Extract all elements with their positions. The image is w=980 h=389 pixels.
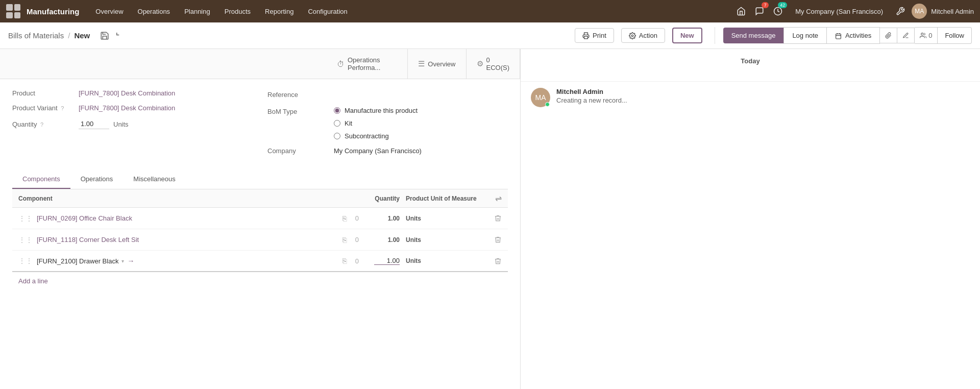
copy-icon-2[interactable]: ⎘: [342, 257, 347, 265]
tab-components[interactable]: Components: [12, 170, 70, 189]
nav-products[interactable]: Products: [218, 5, 257, 18]
col-quantity-header: Quantity: [359, 195, 400, 202]
breadcrumb-separator: /: [68, 31, 70, 40]
tab-operations[interactable]: Operations: [70, 170, 124, 189]
message-content: Mitchell Admin Creating a new record...: [556, 88, 970, 107]
uom-value-2: Units: [400, 257, 481, 264]
company-label: Company: [267, 147, 334, 155]
form-tabs-bar: ⏱ Operations Performa... ☰ Overview ⚙ 0 …: [0, 49, 520, 79]
breadcrumb-current: New: [74, 31, 90, 40]
tools-icon[interactable]: [893, 4, 908, 18]
breadcrumb-actions: [98, 29, 128, 42]
right-panel: Today MA Mitchell Admin Creating a new r…: [521, 49, 980, 389]
online-indicator: [545, 102, 550, 107]
message-author: Mitchell Admin: [556, 88, 970, 95]
bom-option-kit[interactable]: Kit: [334, 119, 418, 127]
copy-icon-1[interactable]: ⎘: [342, 236, 347, 244]
bom-option-manufacture[interactable]: Manufacture this product: [334, 107, 418, 114]
col-component-header: Component: [18, 195, 359, 202]
qty-input-2[interactable]: [374, 257, 400, 265]
drag-handle-icon[interactable]: ⋮⋮: [18, 257, 33, 265]
pencil-icon-btn[interactable]: [897, 28, 915, 43]
dropdown-arrow-icon[interactable]: ▾: [121, 258, 124, 264]
tab-miscellaneous[interactable]: Miscellaneous: [123, 170, 185, 189]
nav-planning[interactable]: Planning: [178, 5, 216, 18]
svg-point-7: [921, 33, 923, 35]
bom-radio-kit[interactable]: [334, 120, 340, 127]
table-row: ⋮⋮ [FURN_1118] Corner Desk Left Sit ⎘ 0 …: [12, 229, 508, 251]
external-link-icon[interactable]: →: [127, 257, 134, 265]
quantity-field-group: Quantity ? Units: [12, 119, 267, 129]
variant-help-icon: ?: [61, 105, 64, 111]
variant-value[interactable]: [FURN_7800] Desk Combination: [79, 104, 175, 112]
tab-eco[interactable]: ⚙ 0 ECO(S): [467, 49, 521, 79]
activity-icon-btn[interactable]: 42: [771, 4, 785, 18]
quantity-unit: Units: [113, 120, 129, 128]
quantity-input[interactable]: [79, 119, 109, 129]
variant-field-group: Product Variant ? [FURN_7800] Desk Combi…: [12, 104, 267, 112]
tab-overview[interactable]: ☰ Overview: [408, 49, 466, 79]
main-layout: ⏱ Operations Performa... ☰ Overview ⚙ 0 …: [0, 49, 980, 389]
component-name-1[interactable]: [FURN_1118] Corner Desk Left Sit: [37, 236, 342, 244]
reference-input[interactable]: [334, 89, 436, 100]
svg-rect-1: [584, 36, 588, 39]
form-main-row: Product [FURN_7800] Desk Combination Pro…: [12, 89, 508, 162]
company-value: My Company (San Francisco): [334, 147, 422, 155]
chat-icon-btn[interactable]: 7: [752, 4, 767, 18]
new-button[interactable]: New: [672, 28, 702, 43]
qty-value-2: [359, 257, 400, 265]
bom-option-subcontracting[interactable]: Subcontracting: [334, 132, 418, 140]
user-avatar-chat: MA: [531, 88, 550, 107]
nav-operations[interactable]: Operations: [132, 5, 177, 18]
settings-icon[interactable]: ⇌: [495, 193, 502, 203]
nav-configuration[interactable]: Configuration: [302, 5, 353, 18]
list-icon: ☰: [418, 59, 425, 68]
component-name-0[interactable]: [FURN_0269] Office Chair Black: [37, 214, 342, 222]
variant-label: Product Variant ?: [12, 104, 79, 112]
nav-reporting[interactable]: Reporting: [259, 5, 300, 18]
tab-operations-performance[interactable]: ⏱ Operations Performa...: [327, 49, 408, 79]
follow-button[interactable]: Follow: [938, 27, 972, 44]
form-right-col: Reference BoM Type Manufacture this prod…: [267, 89, 508, 162]
action-button[interactable]: Action: [621, 28, 665, 43]
admin-name[interactable]: Mitchell Admin: [931, 8, 974, 15]
undo-icon[interactable]: [114, 29, 128, 42]
app-name[interactable]: Manufacturing: [27, 7, 79, 16]
followers-btn[interactable]: 0: [915, 27, 938, 44]
delete-btn-2[interactable]: [481, 257, 502, 265]
form-left-col: Product [FURN_7800] Desk Combination Pro…: [12, 89, 267, 136]
today-label: Today: [531, 57, 970, 65]
activities-button[interactable]: Activities: [827, 27, 880, 44]
product-value[interactable]: [FURN_7800] Desk Combination: [79, 89, 175, 97]
product-field-group: Product [FURN_7800] Desk Combination: [12, 89, 267, 97]
attachment-icon-btn[interactable]: [880, 28, 897, 43]
bom-radio-manufacture[interactable]: [334, 107, 340, 114]
cloud-save-icon[interactable]: [98, 29, 111, 42]
form-area: ⏱ Operations Performa... ☰ Overview ⚙ 0 …: [0, 49, 521, 389]
home-icon-btn[interactable]: [734, 4, 748, 18]
activity-badge: 42: [778, 2, 787, 8]
user-avatar[interactable]: MA: [912, 4, 927, 19]
product-label: Product: [12, 89, 79, 97]
delete-btn-0[interactable]: [481, 214, 502, 222]
table-row: ⋮⋮ [FURN_2100] Drawer Black ▾ → ⎘ 0 Unit…: [12, 251, 508, 272]
table-header: Component Quantity Product Unit of Measu…: [12, 189, 508, 208]
drag-handle-icon[interactable]: ⋮⋮: [18, 214, 33, 223]
send-message-button[interactable]: Send message: [723, 28, 784, 43]
svg-point-2: [631, 35, 633, 37]
nav-overview[interactable]: Overview: [89, 5, 129, 18]
breadcrumb-bar: Bills of Materials / New Print Action Ne…: [0, 22, 980, 49]
log-note-button[interactable]: Log note: [783, 27, 827, 44]
app-grid-icon[interactable]: [6, 4, 20, 18]
uom-value-1: Units: [400, 236, 481, 244]
qty-value-0: 1.00: [359, 215, 400, 222]
copy-icon-0[interactable]: ⎘: [342, 214, 347, 223]
drag-handle-icon[interactable]: ⋮⋮: [18, 236, 33, 244]
add-line-button[interactable]: Add a line: [12, 272, 54, 290]
delete-btn-1[interactable]: [481, 236, 502, 244]
bom-radio-subcontracting[interactable]: [334, 133, 340, 139]
quantity-value: [79, 119, 109, 129]
svg-rect-3: [836, 34, 841, 39]
breadcrumb-parent[interactable]: Bills of Materials: [8, 31, 64, 40]
print-button[interactable]: Print: [575, 28, 614, 43]
